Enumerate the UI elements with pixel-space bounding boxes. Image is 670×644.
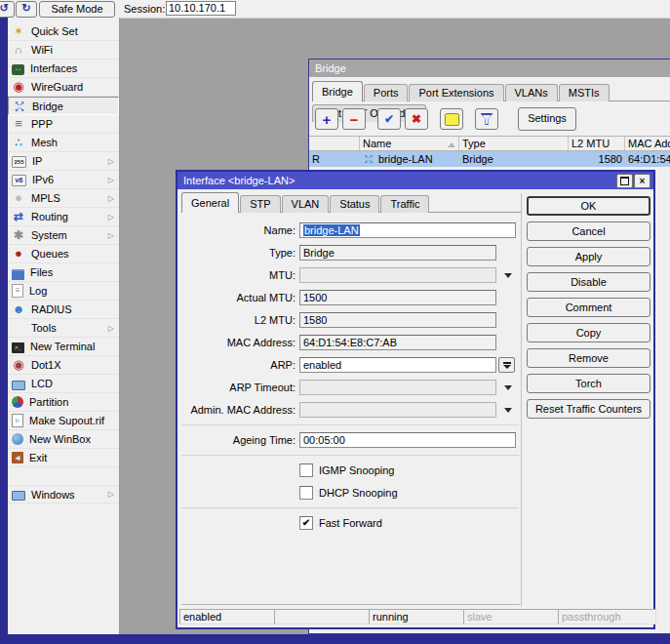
- arp-dropdown-button[interactable]: [498, 357, 515, 373]
- admin-mac-address-field-wrap: [299, 402, 512, 418]
- sidebar-item-exit[interactable]: Exit: [8, 449, 119, 467]
- dialog-titlebar[interactable]: Interface <bridge-LAN> ×: [177, 172, 653, 189]
- bridge-window-title: Bridge: [315, 62, 346, 74]
- sidebar-item-mesh[interactable]: Mesh: [8, 134, 119, 152]
- sidebar-item-new-terminal[interactable]: New Terminal: [8, 338, 119, 356]
- dialog-tab-stp[interactable]: STP: [240, 195, 280, 213]
- sidebar-item-wireguard[interactable]: WireGuard: [8, 78, 119, 97]
- cancel-button[interactable]: Cancel: [527, 221, 650, 241]
- maximize-button[interactable]: [616, 174, 633, 188]
- sidebar-item-dot1x[interactable]: Dot1X: [8, 356, 119, 375]
- sidebar-item-queues[interactable]: Queues: [8, 245, 119, 263]
- bridge-table-rows: Rbridge-LANBridge158064:D1:54:E8:C7:AB: [309, 151, 670, 167]
- name-input[interactable]: bridge-LAN: [299, 222, 516, 238]
- sidebar-item-system[interactable]: System▷: [8, 226, 119, 245]
- enable-button[interactable]: ✔: [377, 108, 401, 130]
- remove-button[interactable]: Remove: [527, 348, 650, 368]
- arp-timeout-row: ARP Timeout:: [181, 380, 519, 395]
- sidebar-item-radius[interactable]: RADIUS: [8, 301, 119, 319]
- sidebar-item-log[interactable]: Log: [8, 282, 119, 301]
- selected-text: bridge-LAN: [303, 224, 360, 236]
- column-header-flags[interactable]: [309, 137, 360, 150]
- dhcp-snooping-checkbox[interactable]: [299, 486, 313, 500]
- bridge-window-titlebar[interactable]: Bridge: [309, 60, 670, 77]
- sidebar-item-partition[interactable]: Partition: [8, 393, 119, 412]
- admin-mac-address-label: Admin. MAC Address:: [181, 404, 296, 416]
- sidebar-item-routing[interactable]: Routing▷: [8, 208, 119, 226]
- column-header-MAC Address[interactable]: MAC Address: [625, 137, 670, 150]
- sidebar-item-windows[interactable]: Windows▷: [8, 485, 119, 503]
- redo-button[interactable]: ↻: [16, 1, 37, 18]
- submenu-arrow-icon: ▷: [108, 231, 114, 240]
- bridge-tab-ports[interactable]: Ports: [364, 84, 409, 101]
- igmp-snooping-checkbox[interactable]: [299, 463, 313, 477]
- row-type-cell: Bridge: [459, 153, 569, 165]
- safe-mode-button[interactable]: Safe Mode: [39, 1, 115, 18]
- ok-button[interactable]: OK: [527, 196, 650, 216]
- sidebar-item-mpls[interactable]: MPLS▷: [8, 189, 119, 208]
- igmp-snooping-checkbox-row: IGMP Snooping: [181, 463, 519, 478]
- sidebar-item-files[interactable]: Files: [8, 263, 119, 282]
- comment-button[interactable]: [440, 108, 463, 130]
- dialog-tab-status[interactable]: Status: [330, 195, 379, 213]
- sidebar-menu: Quick SetWiFiInterfacesWireGuardBridgePP…: [8, 18, 119, 503]
- bridge-tab-bridge[interactable]: Bridge: [312, 81, 363, 101]
- bridge-tab-port-extensions[interactable]: Port Extensions: [409, 84, 503, 101]
- bridge-tab-vlans[interactable]: VLANs: [505, 84, 558, 101]
- table-row[interactable]: Rbridge-LANBridge158064:D1:54:E8:C7:AB: [309, 151, 670, 167]
- row-name-text: bridge-LAN: [378, 153, 433, 165]
- filter-button[interactable]: [475, 108, 498, 130]
- ageing-time-label: Ageing Time:: [181, 434, 296, 446]
- sidebar-item-make-supout-rif[interactable]: Make Supout.rif: [8, 412, 119, 430]
- column-header-Name[interactable]: Name: [360, 137, 459, 150]
- sidebar-item-new-winbox[interactable]: New WinBox: [8, 430, 119, 449]
- bridge-tab-mstis[interactable]: MSTIs: [559, 84, 610, 101]
- sidebar-item-ppp[interactable]: PPP: [8, 115, 119, 134]
- funnel-inner: [483, 115, 492, 124]
- column-header-Type[interactable]: Type: [459, 137, 569, 150]
- actual-mtu-value: 1500: [299, 290, 496, 305]
- sidebar-item-ipv6[interactable]: IPv6▷: [8, 171, 119, 189]
- undo-button[interactable]: ↺: [0, 1, 15, 18]
- session-value-field[interactable]: 10.10.170.1: [166, 1, 236, 16]
- close-button[interactable]: ×: [634, 174, 650, 188]
- sidebar-item-quick-set[interactable]: Quick Set: [8, 22, 119, 41]
- terminal-icon: [12, 342, 24, 353]
- remove-button[interactable]: −: [342, 108, 366, 130]
- l2-mtu-row: L2 MTU:1580: [181, 312, 519, 328]
- arp-row: ARP:enabled: [181, 357, 519, 373]
- sidebar-item-tools[interactable]: Tools▷: [8, 319, 119, 338]
- ageing-time-input[interactable]: 00:05:00: [299, 432, 516, 448]
- arp-combobox[interactable]: enabled: [299, 357, 496, 373]
- add-button[interactable]: +: [315, 108, 338, 130]
- bridge-icon: [13, 100, 26, 113]
- dialog-tab-general[interactable]: General: [181, 192, 239, 213]
- winbox-app: { "topbar": { "undo_icon": "↺", "redo_ic…: [0, 0, 670, 644]
- apply-button[interactable]: Apply: [527, 247, 650, 266]
- dialog-tab-vlan[interactable]: VLAN: [282, 195, 330, 213]
- disable-button[interactable]: ✖: [405, 108, 428, 130]
- reset-traffic-counters-button[interactable]: Reset Traffic Counters: [527, 399, 650, 419]
- disable-button[interactable]: Disable: [527, 272, 650, 292]
- sidebar-item-wifi[interactable]: WiFi: [8, 41, 119, 60]
- sidebar-item-ip[interactable]: IP▷: [8, 152, 119, 171]
- admin-mac-address-row: Admin. MAC Address:: [181, 402, 519, 418]
- sidebar-item-interfaces[interactable]: Interfaces: [8, 60, 119, 78]
- comment-button[interactable]: Comment: [527, 298, 650, 317]
- copy-button[interactable]: Copy: [527, 323, 650, 342]
- mac-address-field-wrap: 64:D1:54:E8:C7:AB: [299, 335, 496, 350]
- ipv6-icon: [12, 175, 26, 186]
- torch-button[interactable]: Torch: [527, 374, 650, 393]
- column-header-L2 MTU[interactable]: L2 MTU: [569, 137, 625, 150]
- status-cell-slave: slave: [463, 609, 562, 624]
- tools-icon: [12, 321, 25, 335]
- sidebar-item-lcd[interactable]: LCD: [8, 375, 119, 393]
- submenu-arrow-icon: ▷: [108, 157, 114, 166]
- disable-icon: ✖: [412, 113, 421, 125]
- sidebar-item-bridge[interactable]: Bridge: [8, 97, 119, 115]
- fast-forward-checkbox[interactable]: ✔: [299, 516, 313, 530]
- dialog-tab-traffic[interactable]: Traffic: [380, 195, 429, 213]
- settings-button[interactable]: Settings: [518, 107, 576, 131]
- bridge-window-tabs: BridgePortsPort ExtensionsVLANsMSTIsPort…: [312, 81, 670, 101]
- sidebar-item-label: Interfaces: [30, 62, 77, 74]
